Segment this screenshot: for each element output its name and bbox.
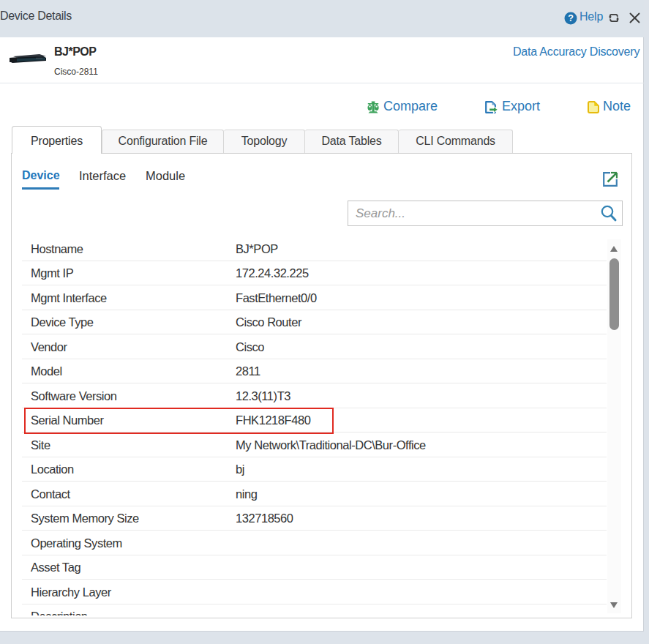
svg-text:?: ? bbox=[568, 13, 574, 23]
